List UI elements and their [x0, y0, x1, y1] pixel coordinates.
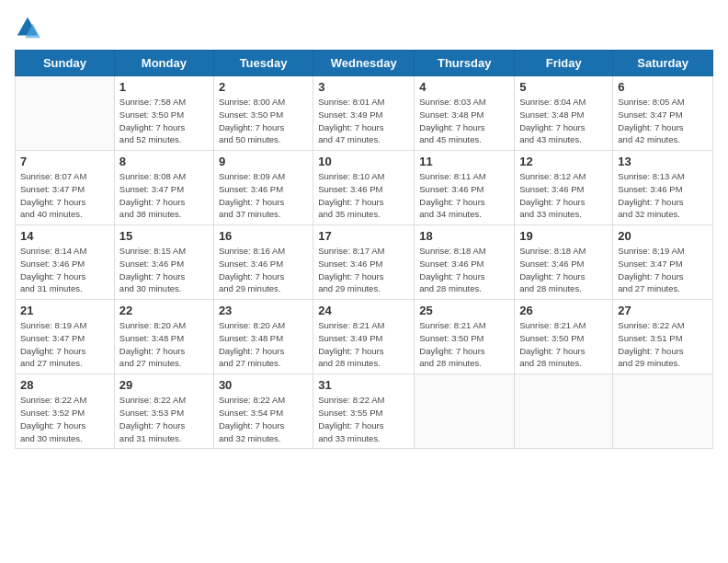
day-number: 23: [219, 304, 308, 317]
calendar-cell: [613, 374, 713, 449]
calendar-cell: 17Sunrise: 8:17 AM Sunset: 3:46 PM Dayli…: [313, 225, 415, 300]
calendar-cell: 10Sunrise: 8:10 AM Sunset: 3:46 PM Dayli…: [313, 151, 415, 225]
header-row: SundayMondayTuesdayWednesdayThursdayFrid…: [16, 51, 713, 76]
day-info: Sunrise: 8:22 AM Sunset: 3:55 PM Dayligh…: [318, 394, 409, 444]
calendar-cell: 9Sunrise: 8:09 AM Sunset: 3:46 PM Daylig…: [213, 151, 313, 225]
header-day: Wednesday: [313, 51, 415, 76]
day-number: 4: [419, 80, 509, 94]
calendar-cell: 16Sunrise: 8:16 AM Sunset: 3:46 PM Dayli…: [213, 225, 313, 300]
calendar-cell: 14Sunrise: 8:14 AM Sunset: 3:46 PM Dayli…: [16, 225, 115, 300]
header-day: Monday: [114, 51, 213, 76]
day-info: Sunrise: 8:12 AM Sunset: 3:46 PM Dayligh…: [519, 170, 608, 221]
calendar-cell: 31Sunrise: 8:22 AM Sunset: 3:55 PM Dayli…: [313, 374, 415, 449]
day-number: 20: [618, 229, 708, 243]
day-info: Sunrise: 8:20 AM Sunset: 3:48 PM Dayligh…: [119, 319, 209, 370]
day-info: Sunrise: 8:22 AM Sunset: 3:54 PM Dayligh…: [219, 394, 308, 444]
day-info: Sunrise: 8:18 AM Sunset: 3:46 PM Dayligh…: [519, 245, 608, 295]
day-info: Sunrise: 8:22 AM Sunset: 3:53 PM Dayligh…: [119, 394, 209, 444]
day-number: 2: [219, 80, 308, 94]
day-number: 9: [219, 155, 308, 168]
logo: [15, 15, 44, 40]
day-info: Sunrise: 8:00 AM Sunset: 3:50 PM Dayligh…: [219, 96, 308, 146]
day-number: 12: [519, 155, 608, 168]
day-number: 21: [20, 304, 109, 317]
day-number: 17: [318, 229, 409, 243]
day-info: Sunrise: 8:16 AM Sunset: 3:46 PM Dayligh…: [219, 245, 308, 295]
calendar-cell: 30Sunrise: 8:22 AM Sunset: 3:54 PM Dayli…: [213, 374, 313, 449]
calendar-cell: 3Sunrise: 8:01 AM Sunset: 3:49 PM Daylig…: [313, 76, 415, 151]
day-info: Sunrise: 8:18 AM Sunset: 3:46 PM Dayligh…: [419, 245, 509, 295]
day-number: 14: [20, 229, 109, 243]
day-number: 11: [419, 155, 509, 168]
day-info: Sunrise: 8:01 AM Sunset: 3:49 PM Dayligh…: [318, 96, 409, 146]
calendar-cell: 27Sunrise: 8:22 AM Sunset: 3:51 PM Dayli…: [613, 300, 713, 374]
calendar-cell: [515, 374, 613, 449]
calendar-cell: [16, 76, 115, 151]
day-info: Sunrise: 8:11 AM Sunset: 3:46 PM Dayligh…: [419, 170, 509, 221]
calendar-cell: 5Sunrise: 8:04 AM Sunset: 3:48 PM Daylig…: [515, 76, 613, 151]
day-number: 28: [20, 378, 109, 392]
calendar-cell: 11Sunrise: 8:11 AM Sunset: 3:46 PM Dayli…: [415, 151, 515, 225]
day-number: 6: [618, 80, 708, 94]
day-number: 10: [318, 155, 409, 168]
day-info: Sunrise: 8:05 AM Sunset: 3:47 PM Dayligh…: [618, 96, 708, 146]
day-info: Sunrise: 8:15 AM Sunset: 3:46 PM Dayligh…: [119, 245, 209, 295]
day-info: Sunrise: 8:20 AM Sunset: 3:48 PM Dayligh…: [219, 319, 308, 370]
page-header: [15, 15, 713, 40]
day-number: 7: [20, 155, 109, 168]
day-number: 8: [119, 155, 209, 168]
calendar-table: SundayMondayTuesdayWednesdayThursdayFrid…: [15, 50, 713, 449]
day-number: 5: [519, 80, 608, 94]
calendar-cell: 24Sunrise: 8:21 AM Sunset: 3:49 PM Dayli…: [313, 300, 415, 374]
day-number: 16: [219, 229, 308, 243]
header-day: Saturday: [613, 51, 713, 76]
calendar-cell: 29Sunrise: 8:22 AM Sunset: 3:53 PM Dayli…: [114, 374, 213, 449]
day-info: Sunrise: 8:03 AM Sunset: 3:48 PM Dayligh…: [419, 96, 509, 146]
day-number: 22: [119, 304, 209, 317]
day-info: Sunrise: 8:07 AM Sunset: 3:47 PM Dayligh…: [20, 170, 109, 221]
calendar-week-row: 14Sunrise: 8:14 AM Sunset: 3:46 PM Dayli…: [16, 225, 713, 300]
calendar-cell: 13Sunrise: 8:13 AM Sunset: 3:46 PM Dayli…: [613, 151, 713, 225]
day-number: 3: [318, 80, 409, 94]
day-number: 1: [119, 80, 209, 94]
day-number: 26: [519, 304, 608, 317]
day-number: 29: [119, 378, 209, 392]
day-info: Sunrise: 8:21 AM Sunset: 3:50 PM Dayligh…: [419, 319, 509, 370]
calendar-cell: 25Sunrise: 8:21 AM Sunset: 3:50 PM Dayli…: [415, 300, 515, 374]
header-day: Tuesday: [213, 51, 313, 76]
day-info: Sunrise: 8:21 AM Sunset: 3:49 PM Dayligh…: [318, 319, 409, 370]
calendar-body: 1Sunrise: 7:58 AM Sunset: 3:50 PM Daylig…: [16, 76, 713, 449]
day-number: 27: [618, 304, 708, 317]
calendar-cell: 1Sunrise: 7:58 AM Sunset: 3:50 PM Daylig…: [114, 76, 213, 151]
calendar-cell: 26Sunrise: 8:21 AM Sunset: 3:50 PM Dayli…: [515, 300, 613, 374]
calendar-cell: 4Sunrise: 8:03 AM Sunset: 3:48 PM Daylig…: [415, 76, 515, 151]
day-info: Sunrise: 8:09 AM Sunset: 3:46 PM Dayligh…: [219, 170, 308, 221]
calendar-cell: 21Sunrise: 8:19 AM Sunset: 3:47 PM Dayli…: [16, 300, 115, 374]
calendar-cell: 15Sunrise: 8:15 AM Sunset: 3:46 PM Dayli…: [114, 225, 213, 300]
calendar-cell: 20Sunrise: 8:19 AM Sunset: 3:47 PM Dayli…: [613, 225, 713, 300]
calendar-cell: 2Sunrise: 8:00 AM Sunset: 3:50 PM Daylig…: [213, 76, 313, 151]
day-info: Sunrise: 7:58 AM Sunset: 3:50 PM Dayligh…: [119, 96, 209, 146]
calendar-cell: 12Sunrise: 8:12 AM Sunset: 3:46 PM Dayli…: [515, 151, 613, 225]
header-day: Thursday: [415, 51, 515, 76]
day-info: Sunrise: 8:21 AM Sunset: 3:50 PM Dayligh…: [519, 319, 608, 370]
day-number: 30: [219, 378, 308, 392]
header-day: Sunday: [16, 51, 115, 76]
day-info: Sunrise: 8:19 AM Sunset: 3:47 PM Dayligh…: [20, 319, 109, 370]
day-number: 13: [618, 155, 708, 168]
header-day: Friday: [515, 51, 613, 76]
day-number: 19: [519, 229, 608, 243]
day-number: 24: [318, 304, 409, 317]
day-number: 18: [419, 229, 509, 243]
calendar-cell: 18Sunrise: 8:18 AM Sunset: 3:46 PM Dayli…: [415, 225, 515, 300]
day-info: Sunrise: 8:17 AM Sunset: 3:46 PM Dayligh…: [318, 245, 409, 295]
calendar-cell: 7Sunrise: 8:07 AM Sunset: 3:47 PM Daylig…: [16, 151, 115, 225]
calendar-cell: 8Sunrise: 8:08 AM Sunset: 3:47 PM Daylig…: [114, 151, 213, 225]
day-info: Sunrise: 8:08 AM Sunset: 3:47 PM Dayligh…: [119, 170, 209, 221]
calendar-week-row: 28Sunrise: 8:22 AM Sunset: 3:52 PM Dayli…: [16, 374, 713, 449]
day-info: Sunrise: 8:13 AM Sunset: 3:46 PM Dayligh…: [618, 170, 708, 221]
calendar-week-row: 1Sunrise: 7:58 AM Sunset: 3:50 PM Daylig…: [16, 76, 713, 151]
calendar-cell: 19Sunrise: 8:18 AM Sunset: 3:46 PM Dayli…: [515, 225, 613, 300]
logo-icon: [15, 15, 40, 40]
calendar-cell: 23Sunrise: 8:20 AM Sunset: 3:48 PM Dayli…: [213, 300, 313, 374]
